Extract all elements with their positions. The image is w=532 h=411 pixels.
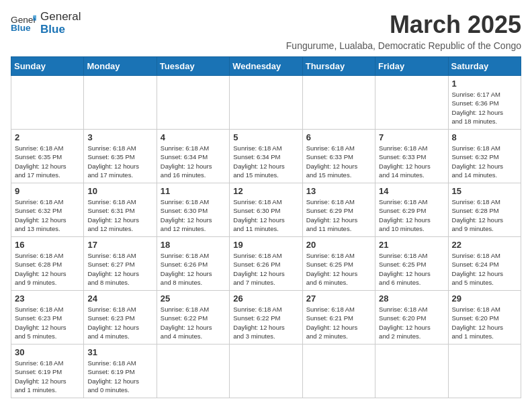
empty-cell (302, 76, 375, 130)
day-number: 29 (452, 293, 517, 304)
day-number: 9 (15, 186, 80, 196)
logo: General Blue General Blue (11, 11, 81, 36)
day-cell-27: 27 Sunrise: 6:18 AM Sunset: 6:21 PM Dayl… (302, 291, 375, 345)
day-info: Sunrise: 6:18 AM Sunset: 6:30 PM Dayligh… (161, 197, 226, 233)
day-info: Sunrise: 6:18 AM Sunset: 6:31 PM Dayligh… (87, 197, 152, 233)
day-cell-18: 18 Sunrise: 6:18 AM Sunset: 6:26 PM Dayl… (157, 237, 229, 291)
day-info: Sunrise: 6:18 AM Sunset: 6:28 PM Dayligh… (15, 251, 80, 287)
col-saturday: Saturday (448, 57, 521, 76)
empty-cell (157, 345, 229, 398)
day-cell-10: 10 Sunrise: 6:18 AM Sunset: 6:31 PM Dayl… (84, 183, 157, 237)
logo-blue: Blue (40, 24, 81, 36)
day-number: 17 (87, 240, 152, 250)
day-info: Sunrise: 6:18 AM Sunset: 6:23 PM Dayligh… (87, 305, 152, 340)
week-row-3: 9 Sunrise: 6:18 AM Sunset: 6:32 PM Dayli… (11, 183, 521, 237)
day-number: 20 (306, 240, 371, 250)
header: General Blue General Blue March 2025 Fun… (11, 11, 521, 51)
day-number: 16 (15, 240, 80, 250)
day-info: Sunrise: 6:18 AM Sunset: 6:33 PM Dayligh… (306, 144, 371, 179)
day-cell-3: 3 Sunrise: 6:18 AM Sunset: 6:35 PM Dayli… (84, 130, 157, 183)
day-number: 30 (15, 347, 80, 357)
col-friday: Friday (375, 57, 448, 76)
day-cell-23: 23 Sunrise: 6:18 AM Sunset: 6:23 PM Dayl… (11, 291, 84, 345)
day-info: Sunrise: 6:18 AM Sunset: 6:28 PM Dayligh… (452, 197, 517, 233)
day-cell-19: 19 Sunrise: 6:18 AM Sunset: 6:26 PM Dayl… (230, 237, 302, 291)
day-info: Sunrise: 6:18 AM Sunset: 6:24 PM Dayligh… (452, 251, 517, 287)
day-info: Sunrise: 6:18 AM Sunset: 6:19 PM Dayligh… (87, 359, 152, 394)
col-sunday: Sunday (11, 57, 84, 76)
week-row-2: 2 Sunrise: 6:18 AM Sunset: 6:35 PM Dayli… (11, 130, 521, 183)
day-cell-21: 21 Sunrise: 6:18 AM Sunset: 6:25 PM Dayl… (375, 237, 448, 291)
empty-cell (11, 76, 84, 130)
week-row-6: 30 Sunrise: 6:18 AM Sunset: 6:19 PM Dayl… (11, 345, 521, 398)
day-number: 18 (161, 240, 226, 250)
day-info: Sunrise: 6:17 AM Sunset: 6:36 PM Dayligh… (452, 90, 517, 126)
day-cell-12: 12 Sunrise: 6:18 AM Sunset: 6:30 PM Dayl… (230, 183, 302, 237)
day-cell-31: 31 Sunrise: 6:18 AM Sunset: 6:19 PM Dayl… (84, 345, 157, 398)
day-info: Sunrise: 6:18 AM Sunset: 6:20 PM Dayligh… (452, 305, 517, 340)
day-info: Sunrise: 6:18 AM Sunset: 6:29 PM Dayligh… (379, 197, 444, 233)
day-number: 27 (306, 293, 371, 304)
day-cell-20: 20 Sunrise: 6:18 AM Sunset: 6:25 PM Dayl… (302, 237, 375, 291)
day-number: 4 (161, 132, 226, 142)
day-number: 6 (306, 132, 371, 142)
day-number: 7 (379, 132, 444, 142)
day-info: Sunrise: 6:18 AM Sunset: 6:25 PM Dayligh… (379, 251, 444, 287)
day-info: Sunrise: 6:18 AM Sunset: 6:33 PM Dayligh… (379, 144, 444, 179)
day-cell-1: 1 Sunrise: 6:17 AM Sunset: 6:36 PM Dayli… (448, 76, 521, 130)
svg-text:Blue: Blue (11, 23, 31, 33)
day-info: Sunrise: 6:18 AM Sunset: 6:26 PM Dayligh… (161, 251, 226, 287)
day-cell-4: 4 Sunrise: 6:18 AM Sunset: 6:34 PM Dayli… (157, 130, 229, 183)
empty-cell (302, 345, 375, 398)
day-number: 21 (379, 240, 444, 250)
day-number: 31 (87, 347, 152, 357)
day-info: Sunrise: 6:18 AM Sunset: 6:32 PM Dayligh… (452, 144, 517, 179)
month-title: March 2025 (286, 11, 521, 39)
day-number: 14 (379, 186, 444, 196)
day-number: 22 (452, 240, 517, 250)
col-monday: Monday (84, 57, 157, 76)
col-tuesday: Tuesday (157, 57, 229, 76)
day-info: Sunrise: 6:18 AM Sunset: 6:23 PM Dayligh… (15, 305, 80, 340)
day-cell-28: 28 Sunrise: 6:18 AM Sunset: 6:20 PM Dayl… (375, 291, 448, 345)
week-row-4: 16 Sunrise: 6:18 AM Sunset: 6:28 PM Dayl… (11, 237, 521, 291)
empty-cell (84, 76, 157, 130)
calendar-table: Sunday Monday Tuesday Wednesday Thursday… (11, 56, 521, 398)
day-cell-13: 13 Sunrise: 6:18 AM Sunset: 6:29 PM Dayl… (302, 183, 375, 237)
week-row-5: 23 Sunrise: 6:18 AM Sunset: 6:23 PM Dayl… (11, 291, 521, 345)
day-info: Sunrise: 6:18 AM Sunset: 6:29 PM Dayligh… (306, 197, 371, 233)
day-info: Sunrise: 6:18 AM Sunset: 6:21 PM Dayligh… (306, 305, 371, 340)
day-info: Sunrise: 6:18 AM Sunset: 6:20 PM Dayligh… (379, 305, 444, 340)
day-cell-24: 24 Sunrise: 6:18 AM Sunset: 6:23 PM Dayl… (84, 291, 157, 345)
day-cell-6: 6 Sunrise: 6:18 AM Sunset: 6:33 PM Dayli… (302, 130, 375, 183)
day-number: 23 (15, 293, 80, 304)
day-cell-14: 14 Sunrise: 6:18 AM Sunset: 6:29 PM Dayl… (375, 183, 448, 237)
day-info: Sunrise: 6:18 AM Sunset: 6:35 PM Dayligh… (87, 144, 152, 179)
day-cell-7: 7 Sunrise: 6:18 AM Sunset: 6:33 PM Dayli… (375, 130, 448, 183)
day-number: 2 (15, 132, 80, 142)
day-info: Sunrise: 6:18 AM Sunset: 6:35 PM Dayligh… (15, 144, 80, 179)
day-cell-5: 5 Sunrise: 6:18 AM Sunset: 6:34 PM Dayli… (230, 130, 302, 183)
logo-general: General (40, 11, 81, 24)
title-area: March 2025 Fungurume, Lualaba, Democrati… (286, 11, 521, 51)
day-info: Sunrise: 6:18 AM Sunset: 6:30 PM Dayligh… (233, 197, 298, 233)
day-number: 11 (161, 186, 226, 196)
day-number: 24 (87, 293, 152, 304)
day-number: 26 (233, 293, 298, 304)
header-row: Sunday Monday Tuesday Wednesday Thursday… (11, 57, 521, 76)
day-info: Sunrise: 6:18 AM Sunset: 6:26 PM Dayligh… (233, 251, 298, 287)
day-number: 28 (379, 293, 444, 304)
day-info: Sunrise: 6:18 AM Sunset: 6:22 PM Dayligh… (161, 305, 226, 340)
empty-cell (157, 76, 229, 130)
day-cell-2: 2 Sunrise: 6:18 AM Sunset: 6:35 PM Dayli… (11, 130, 84, 183)
day-number: 3 (87, 132, 152, 142)
day-cell-15: 15 Sunrise: 6:18 AM Sunset: 6:28 PM Dayl… (448, 183, 521, 237)
day-number: 10 (87, 186, 152, 196)
day-info: Sunrise: 6:18 AM Sunset: 6:34 PM Dayligh… (161, 144, 226, 179)
day-info: Sunrise: 6:18 AM Sunset: 6:25 PM Dayligh… (306, 251, 371, 287)
empty-cell (448, 345, 521, 398)
logo-icon: General Blue (11, 13, 36, 34)
day-info: Sunrise: 6:18 AM Sunset: 6:22 PM Dayligh… (233, 305, 298, 340)
day-number: 12 (233, 186, 298, 196)
day-info: Sunrise: 6:18 AM Sunset: 6:19 PM Dayligh… (15, 359, 80, 394)
